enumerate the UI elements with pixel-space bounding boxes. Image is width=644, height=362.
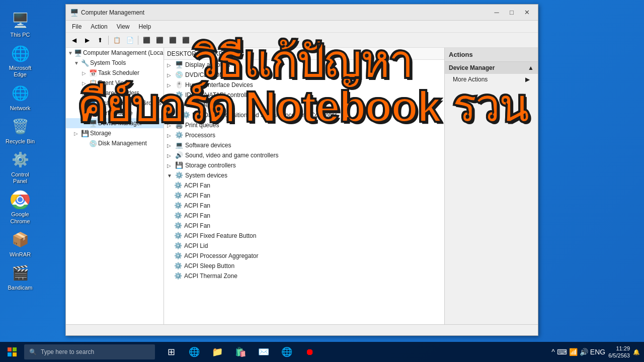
start-button[interactable] xyxy=(0,342,24,362)
maximize-button[interactable]: □ xyxy=(505,7,519,18)
desktop-icon-network[interactable]: 🌐 Network xyxy=(5,83,35,112)
tree-label-root: Computer Management (Loca xyxy=(83,49,163,56)
tree-shared-folders[interactable]: ▷ 📁 Shared Folders xyxy=(66,88,164,98)
actions-device-manager-section[interactable]: Device Manager ▲ xyxy=(445,62,538,74)
desktop-icon-winrar[interactable]: 📦 WinRAR xyxy=(5,230,35,258)
desktop-icon-edge[interactable]: 🌐 Microsoft Edge xyxy=(5,43,35,78)
tree-local-users[interactable]: ▷ 👥 Local Users and Groups xyxy=(66,98,164,108)
device-item-print[interactable]: ▷ 🖨️ Print queues xyxy=(164,120,444,130)
device-item-acpi-fixed[interactable]: ⚙️ ACPI Fixed Feature Button xyxy=(164,231,444,241)
svg-rect-7 xyxy=(13,352,17,356)
toolbar-btn-4[interactable]: ⬛ xyxy=(153,35,166,46)
search-bar[interactable]: 🔍 Type here to search xyxy=(24,344,155,359)
taskbar-record[interactable]: ⏺ xyxy=(299,342,321,362)
acpi1-label: ACPI Fan xyxy=(184,182,210,189)
tree-device-manager[interactable]: 🖥️ Device Manager xyxy=(66,118,164,128)
tray-lang[interactable]: ENG xyxy=(590,348,605,356)
desktop-icon-this-pc[interactable]: 🖥️ This PC xyxy=(5,10,35,38)
left-panel: ▼ 🖥️ Computer Management (Loca ▼ 🔧 Syste… xyxy=(66,48,164,324)
device-item-display[interactable]: ▷ 🖥️ Display adapters xyxy=(164,60,444,70)
tree-icon-users: 👥 xyxy=(88,99,96,107)
tree-root[interactable]: ▼ 🖥️ Computer Management (Loca xyxy=(66,48,164,58)
tree-disk-mgmt[interactable]: 💿 Disk Management xyxy=(66,138,164,148)
up-button[interactable]: ⬆ xyxy=(94,35,106,46)
edge-icon: 🌐 xyxy=(10,43,30,63)
device-item-ide[interactable]: ▷ ⚙️ IDE ATA/ATAPI controllers xyxy=(164,90,444,100)
this-pc-icon: 🖥️ xyxy=(10,10,30,30)
other-icon: ❓ xyxy=(175,101,183,109)
minimize-button[interactable]: ─ xyxy=(490,7,504,18)
tree-arrow-event: ▷ xyxy=(82,80,88,86)
system-clock[interactable]: 11:29 6/5/2563 xyxy=(608,345,630,359)
taskbar-explorer[interactable]: 📁 xyxy=(206,342,228,362)
menu-file[interactable]: File xyxy=(68,22,86,31)
tree-system-tools[interactable]: ▼ 🔧 System Tools xyxy=(66,58,164,68)
device-item-other[interactable]: ▼ ❓ Other devices xyxy=(164,100,444,110)
forward-button[interactable]: ▶ xyxy=(81,35,93,46)
taskbar-edge[interactable]: 🌐 xyxy=(183,342,205,362)
device-item-acpi-thermal[interactable]: ⚙️ ACPI Thermal Zone xyxy=(164,271,444,281)
tree-arrow-root: ▼ xyxy=(68,50,73,56)
tree-icon-system: 🔧 xyxy=(81,59,89,67)
toolbar-btn-5[interactable]: ⬛ xyxy=(167,35,179,46)
dvd-label: DVD/CD-ROM drives xyxy=(185,71,242,78)
control-panel-icon: ⚙️ xyxy=(10,150,30,170)
actions-section-label: Device Manager xyxy=(449,64,495,71)
device-item-acpi4[interactable]: ⚙️ ACPI Fan xyxy=(164,211,444,221)
device-item-acpi1[interactable]: ⚙️ ACPI Fan xyxy=(164,180,444,191)
device-item-hid[interactable]: ▷ 🖱️ Human Interface Devices xyxy=(164,80,444,90)
show-hide-button[interactable]: 📋 xyxy=(111,35,123,46)
device-item-acpi-sleep[interactable]: ⚙️ ACPI Sleep Button xyxy=(164,261,444,271)
menu-help[interactable]: Help xyxy=(135,22,155,31)
taskbar-task-view[interactable]: ⊞ xyxy=(160,342,182,362)
device-item-acpi2[interactable]: ⚙️ ACPI Fan xyxy=(164,191,444,201)
clock-time: 11:29 xyxy=(608,345,630,352)
tree-arrow-shared: ▷ xyxy=(82,90,88,96)
acpi-sleep-label: ACPI Sleep Button xyxy=(184,262,234,269)
back-button[interactable]: ◀ xyxy=(68,35,80,46)
toolbar-btn-3[interactable]: ⬛ xyxy=(140,35,152,46)
close-button[interactable]: ✕ xyxy=(520,7,534,18)
taskbar-unknown[interactable]: 🌐 xyxy=(276,342,298,362)
taskbar-store[interactable]: 🛍️ xyxy=(229,342,252,362)
desktop-icon-chrome[interactable]: Google Chrome xyxy=(5,190,35,224)
menu-action[interactable]: Action xyxy=(87,22,111,31)
tree-storage[interactable]: ▷ 💾 Storage xyxy=(66,128,164,138)
tree-task-scheduler[interactable]: ▷ 📅 Task Scheduler xyxy=(66,68,164,78)
actions-more-actions[interactable]: More Actions ▶ xyxy=(445,74,538,85)
device-item-acpi-proc[interactable]: ⚙️ ACPI Processor Aggregator xyxy=(164,251,444,261)
device-item-storage[interactable]: ▷ 💾 Storage controllers xyxy=(164,160,444,170)
device-item-system[interactable]: ▼ ⚙️ System devices xyxy=(164,170,444,180)
device-item-sound[interactable]: ▷ 🔊 Sound, video and game controllers xyxy=(164,150,444,160)
tree-performance[interactable]: ▷ 📊 Performance xyxy=(66,108,164,118)
tray-network[interactable]: 📶 xyxy=(569,348,578,356)
device-item-acpi-lid[interactable]: ⚙️ ACPI Lid xyxy=(164,241,444,251)
tree-label-shared: Shared Folders xyxy=(98,89,139,97)
device-item-software[interactable]: ▷ 💻 Software devices xyxy=(164,140,444,150)
menu-view[interactable]: View xyxy=(113,22,134,31)
storage-ctrl-label: Storage controllers xyxy=(185,162,236,169)
desktop-icon-bandicam[interactable]: 🎬 Bandicam xyxy=(5,263,35,291)
edge-label: Microsoft Edge xyxy=(5,65,35,78)
notification-icon[interactable]: 🔔 xyxy=(633,349,640,355)
device-item-acpi3[interactable]: ⚙️ ACPI Fan xyxy=(164,201,444,211)
toolbar-btn-6[interactable]: ⬛ xyxy=(180,35,192,46)
tray-chevron[interactable]: ^ xyxy=(551,348,555,356)
taskbar-mail[interactable]: ✉️ xyxy=(253,342,275,362)
tree-event-viewer[interactable]: ▷ 📋 Event Viewer xyxy=(66,78,164,88)
device-item-dvd[interactable]: ▷ 💿 DVD/CD-ROM drives xyxy=(164,70,444,80)
status-bar xyxy=(66,324,538,335)
device-item-proc[interactable]: ▷ ⚙️ Processors xyxy=(164,130,444,140)
storage-ctrl-icon: 💾 xyxy=(175,161,183,169)
print-icon: 🖨️ xyxy=(175,121,183,129)
desktop-icon-recycle-bin[interactable]: 🗑️ Recycle Bin xyxy=(5,117,35,145)
device-item-acpi5[interactable]: ⚙️ ACPI Fan xyxy=(164,221,444,231)
desktop-icon-control-panel[interactable]: ⚙️ Control Panel xyxy=(5,150,35,185)
properties-button[interactable]: 📄 xyxy=(124,35,136,46)
software-label: Software devices xyxy=(185,142,231,149)
other-arrow: ▼ xyxy=(167,103,173,108)
search-icon: 🔍 xyxy=(29,348,37,355)
tray-volume[interactable]: 🔊 xyxy=(580,348,588,356)
device-item-pci[interactable]: ⚙️ PCI Data Acquisition and Signal Proce… xyxy=(164,110,444,120)
tree-icon-task: 📅 xyxy=(89,69,97,77)
